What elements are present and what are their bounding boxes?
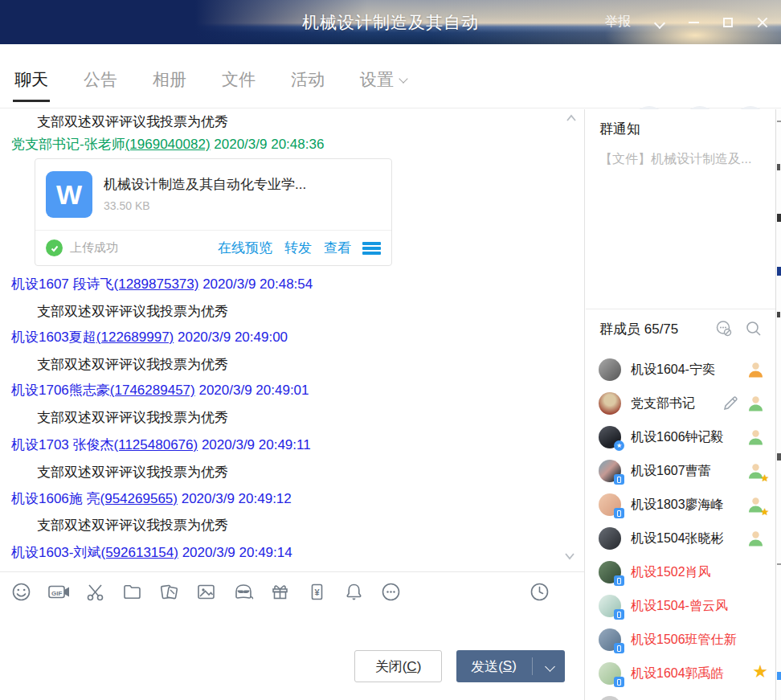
edit-pencil-icon[interactable] <box>722 395 739 412</box>
member-name: 党支部书记 <box>631 395 695 412</box>
sender-qq-link[interactable]: (592613154) <box>100 545 178 560</box>
status-online-icon <box>746 428 765 447</box>
avatar <box>599 696 621 700</box>
search-icon[interactable] <box>744 319 763 338</box>
chat-toolbar: GIF ¥ <box>0 571 584 612</box>
member-name: 机设1803廖海峰 <box>631 497 724 514</box>
message-sender: 机设1703 张俊杰(1125480676) 2020/3/9 20:49:11 <box>11 436 311 454</box>
close-icon[interactable] <box>757 17 768 28</box>
success-check-icon <box>46 239 63 256</box>
message-sender: 机设1603-刘斌(592613154) 2020/3/9 20:49:14 <box>11 543 292 562</box>
tab-announcement[interactable]: 公告 <box>84 68 117 102</box>
member-name: 机设1606钟记毅 <box>631 429 724 446</box>
vip-star-icon: ★ <box>760 473 769 483</box>
anonymous-icon[interactable] <box>232 581 254 603</box>
minimize-icon[interactable] <box>689 22 699 23</box>
message-sender: 机设1606施 亮(954269565) 2020/3/9 20:49:12 <box>11 489 292 508</box>
member-row[interactable]: 机设1506班管仕新 <box>586 623 775 657</box>
send-button[interactable]: 发送(S) <box>456 650 565 682</box>
tab-activity[interactable]: 活动 <box>291 68 325 102</box>
preview-online-link[interactable]: 在线预览 <box>218 239 272 257</box>
sender-qq-link[interactable]: (1125480676) <box>114 437 198 452</box>
sender-name: 机设1607 段诗飞 <box>11 276 114 292</box>
chat-panel: 支部双述双评评议我投票为优秀 党支部书记-张老师(1969040082) 202… <box>0 109 585 700</box>
gif-icon[interactable]: GIF <box>47 581 69 603</box>
send-label: 发送( <box>471 657 503 676</box>
forward-link[interactable]: 转发 <box>284 239 312 257</box>
mute-members-icon[interactable] <box>714 319 734 338</box>
member-row[interactable]: 机设1604郭禹皓 ★ <box>586 657 775 690</box>
send-options-chevron-icon[interactable] <box>545 662 554 672</box>
avatar <box>599 493 621 516</box>
sender-qq-link[interactable]: (1746289457) <box>110 383 195 398</box>
message-sender: 党支部书记-张老师(1969040082) 2020/3/9 20:48:36 <box>11 135 324 154</box>
mobile-badge-icon <box>614 609 624 620</box>
image-icon[interactable] <box>195 581 217 603</box>
member-row[interactable]: 机设1604-宁奕 <box>586 353 775 387</box>
gold-star-icon: ★ <box>752 663 768 681</box>
scroll-to-bottom-icon[interactable] <box>563 550 576 563</box>
red-packet-icon[interactable]: ¥ <box>306 581 328 603</box>
mobile-badge-icon <box>614 643 624 653</box>
divider <box>586 309 775 309</box>
tab-chat[interactable]: 聊天 <box>14 68 48 102</box>
member-name: 机设1604-宁奕 <box>631 362 715 379</box>
gift-icon[interactable] <box>269 581 291 603</box>
avatar <box>599 527 621 550</box>
member-row[interactable]: 机设1504-曾云风 <box>586 589 775 623</box>
group-notice-item[interactable]: 【文件】机械设计制造及... <box>599 151 768 168</box>
sender-name: 机设1603夏超 <box>11 330 96 345</box>
more-icon[interactable] <box>380 581 402 603</box>
screenshot-scissors-icon[interactable] <box>84 581 106 603</box>
member-name: 机设1506班管仕新 <box>631 632 737 649</box>
file-menu-icon[interactable] <box>362 242 381 255</box>
member-row[interactable]: ★ 机设1606钟记毅 <box>586 420 775 454</box>
member-row[interactable]: 机设1504张晓彬 <box>586 522 775 555</box>
member-row[interactable]: 机设1607曹蕾 ★ <box>586 454 775 488</box>
sender-name: 机设1603-刘斌 <box>11 545 100 560</box>
emoji-icon[interactable] <box>10 581 32 603</box>
report-button[interactable]: 举报 <box>605 14 631 31</box>
tabs: 聊天 公告 相册 文件 活动 设置 <box>14 68 407 102</box>
close-chat-button[interactable]: 关闭(C) <box>354 650 442 682</box>
message-body: 支部双述双评评议我投票为优秀 <box>37 408 228 427</box>
sender-qq-link[interactable]: (1969040082) <box>125 137 211 152</box>
tab-settings[interactable]: 设置 <box>360 68 407 102</box>
avatar <box>599 460 621 482</box>
send-hotkey: S <box>503 658 512 674</box>
shake-window-icon[interactable] <box>158 581 180 603</box>
tab-files[interactable]: 文件 <box>222 68 256 102</box>
chevron-down-icon[interactable] <box>655 18 664 27</box>
group-notice-title: 群通知 <box>599 120 640 138</box>
message-input[interactable] <box>0 612 584 649</box>
view-link[interactable]: 查看 <box>324 239 351 257</box>
message-time: 2020/3/9 20:48:36 <box>214 137 324 152</box>
sender-qq-link[interactable]: (1289875373) <box>114 276 199 292</box>
message-body: 支部双述双评评议我投票为优秀 <box>37 355 228 374</box>
svg-text:¥: ¥ <box>314 587 320 597</box>
message-list: 支部双述双评评议我投票为优秀 党支部书记-张老师(1969040082) 202… <box>0 109 584 571</box>
close-label: 关闭( <box>375 659 407 674</box>
member-row-partial <box>586 690 775 700</box>
file-name: 机械设计制造及其自动化专业学... <box>104 175 381 194</box>
message-body: 支部双述双评评议我投票为优秀 <box>37 516 228 534</box>
message-time: 2020/3/9 20:49:12 <box>182 491 292 506</box>
history-clock-icon[interactable] <box>529 581 550 603</box>
sender-qq-link[interactable]: (954269565) <box>100 491 178 506</box>
member-row[interactable]: 党支部书记 <box>586 387 775 420</box>
reminder-bell-icon[interactable] <box>343 581 365 603</box>
tab-album[interactable]: 相册 <box>153 68 186 102</box>
mobile-badge-icon <box>614 474 624 485</box>
scroll-to-top-icon[interactable] <box>565 112 578 125</box>
file-folder-icon[interactable] <box>121 581 143 603</box>
member-name: 机设1504-曾云风 <box>631 598 728 615</box>
file-card[interactable]: W 机械设计制造及其自动化专业学... 33.50 KB 上传成功 在线预览 转… <box>35 158 392 266</box>
maximize-icon[interactable] <box>723 18 733 27</box>
member-row[interactable]: 机设1803廖海峰 ★ <box>586 488 775 522</box>
message-body: 支部双述双评评议我投票为优秀 <box>37 302 228 321</box>
file-size: 33.50 KB <box>104 199 150 212</box>
sender-qq-link[interactable]: (122689997) <box>96 330 174 345</box>
message-sender: 机设1603夏超(122689997) 2020/3/9 20:49:00 <box>11 328 288 346</box>
window-controls: 举报 <box>605 0 768 44</box>
member-row[interactable]: 机设1502肖风 <box>586 555 775 589</box>
